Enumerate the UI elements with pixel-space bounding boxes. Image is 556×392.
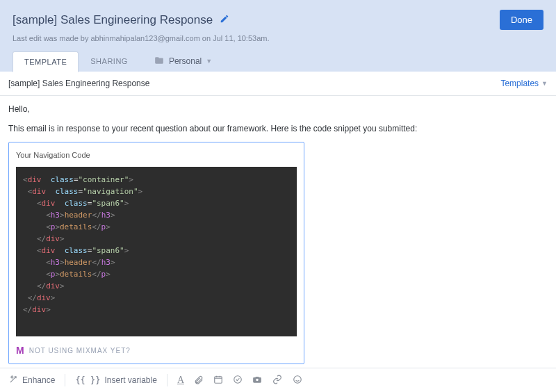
font-icon[interactable]: A [177,375,184,386]
email-body[interactable]: Hello, This email is in response to your… [0,96,556,368]
toolbar-divider [167,374,167,386]
emoji-icon[interactable] [293,375,302,386]
intro-text: This email is in response to your recent… [8,122,548,135]
camera-icon[interactable] [252,375,262,386]
templates-label: Templates [500,79,539,88]
done-button[interactable]: Done [500,10,543,30]
svg-point-1 [234,375,242,383]
tab-row: TEMPLATE SHARING Personal ▼ [13,51,543,72]
toolbar-divider [65,374,65,386]
attachment-icon[interactable] [194,375,204,386]
enhance-button[interactable]: Enhance [8,375,55,386]
tab-sharing[interactable]: SHARING [79,51,140,72]
title-row: [sample] Sales Engineering Response Done [13,10,543,30]
greeting: Hello, [8,103,548,115]
subject-row: [sample] Sales Engineering Response Temp… [0,72,556,96]
code-snippet-card: Your Navigation Code <div class="contain… [8,142,304,364]
chevron-down-icon: ▼ [541,80,548,87]
braces-icon: {{ }} [75,375,100,385]
code-box: <div class="container"> <div class="navi… [16,167,297,337]
editor-toolbar: Enhance {{ }} Insert variable A [0,368,556,392]
insert-variable-button[interactable]: {{ }} Insert variable [75,375,157,385]
folder-label: Personal [169,56,202,66]
calendar-icon[interactable] [213,375,223,386]
link-icon[interactable] [272,375,283,386]
subject-text: [sample] Sales Engineering Response [8,79,149,88]
templates-dropdown[interactable]: Templates ▼ [500,79,548,88]
template-title: [sample] Sales Engineering Response [13,13,213,27]
mixmax-promo[interactable]: M NOT USING MIXMAX YET? [16,343,297,358]
svg-rect-0 [215,376,222,382]
enhance-label: Enhance [22,375,55,385]
template-header: [sample] Sales Engineering Response Done… [0,0,556,72]
chevron-down-icon: ▼ [206,58,212,65]
svg-point-2 [256,378,259,381]
wand-icon [8,375,18,386]
edit-icon[interactable] [220,14,229,26]
promo-text: NOT USING MIXMAX YET? [29,345,131,356]
check-circle-icon[interactable] [233,375,243,386]
insert-variable-label: Insert variable [105,375,157,385]
svg-point-3 [294,375,302,383]
folder-icon [154,56,165,67]
tab-template[interactable]: TEMPLATE [13,51,79,72]
code-card-title: Your Navigation Code [16,149,297,161]
mixmax-logo-icon: M [16,343,25,358]
last-edit-text: Last edit was made by abhinmahipalan123@… [13,34,543,42]
folder-selector[interactable]: Personal ▼ [154,56,212,67]
